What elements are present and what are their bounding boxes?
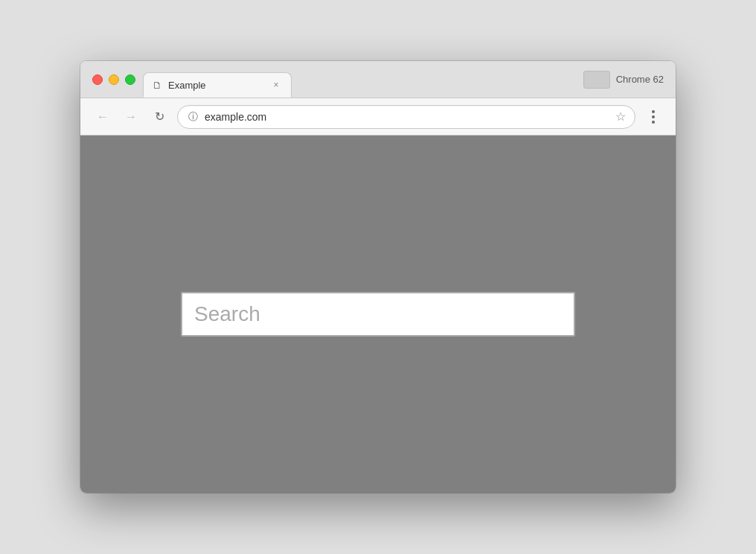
address-bar[interactable]: ⓘ example.com ☆ bbox=[177, 105, 635, 129]
security-icon: ⓘ bbox=[187, 110, 199, 124]
maximize-button[interactable] bbox=[125, 74, 135, 85]
reload-button[interactable]: ↻ bbox=[149, 106, 170, 127]
chrome-label: Chrome 62 bbox=[583, 71, 664, 89]
close-button[interactable] bbox=[92, 74, 103, 85]
menu-button[interactable] bbox=[643, 106, 664, 127]
minimize-button[interactable] bbox=[109, 74, 119, 85]
forward-icon: → bbox=[125, 110, 137, 124]
back-icon: ← bbox=[97, 110, 109, 124]
chrome-version-text: Chrome 62 bbox=[616, 74, 664, 85]
reload-icon: ↻ bbox=[155, 109, 164, 124]
menu-dot-1 bbox=[652, 110, 655, 113]
toolbar: ← → ↻ ⓘ example.com ☆ bbox=[80, 98, 676, 136]
bookmark-icon[interactable]: ☆ bbox=[615, 109, 626, 124]
tab-page-icon: 🗋 bbox=[153, 80, 162, 91]
browser-window: 🗋 Example × Chrome 62 ← → ↻ ⓘ example.co… bbox=[80, 61, 676, 493]
back-button[interactable]: ← bbox=[92, 106, 113, 127]
menu-dot-3 bbox=[652, 121, 655, 124]
forward-button[interactable]: → bbox=[121, 106, 141, 127]
search-input[interactable] bbox=[181, 292, 575, 337]
title-bar: 🗋 Example × Chrome 62 bbox=[80, 61, 676, 98]
traffic-lights bbox=[92, 74, 135, 85]
tab-close-button[interactable]: × bbox=[270, 79, 282, 91]
page-content bbox=[80, 136, 676, 493]
tab-title: Example bbox=[168, 80, 264, 91]
chrome-icon bbox=[583, 71, 610, 89]
url-text: example.com bbox=[205, 111, 609, 123]
active-tab[interactable]: 🗋 Example × bbox=[143, 72, 292, 98]
menu-dot-2 bbox=[652, 115, 655, 118]
